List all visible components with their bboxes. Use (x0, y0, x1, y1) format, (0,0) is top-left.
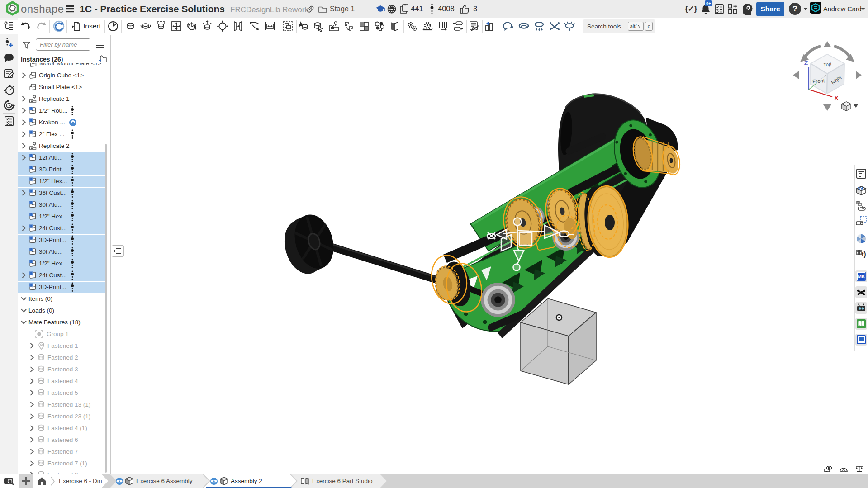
svg-text:t): t) (862, 251, 866, 258)
svg-text:MK: MK (858, 274, 865, 279)
svg-text:X: X (834, 95, 839, 102)
